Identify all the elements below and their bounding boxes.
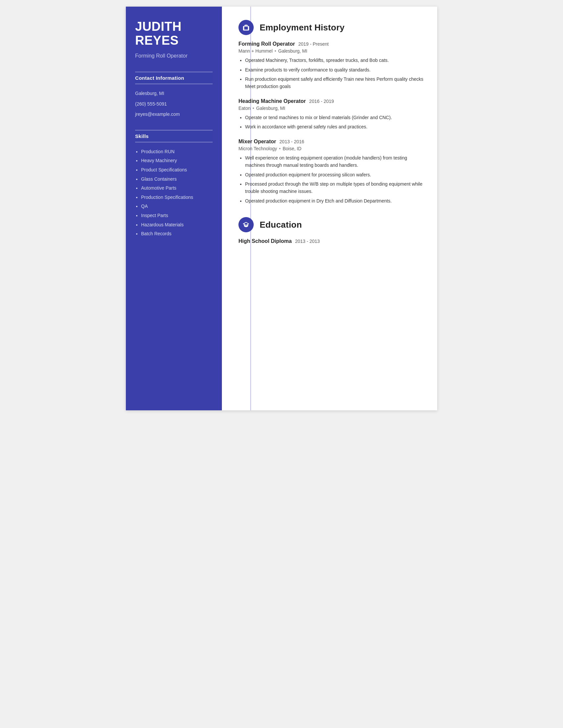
employment-title: Employment History	[259, 23, 345, 33]
job-title: Forming Roll Operator	[238, 41, 295, 47]
job-dates: 2019 - Present	[299, 41, 329, 47]
job-bullet: Examine products to verify conformance t…	[245, 67, 424, 74]
company-name: Eaton	[238, 106, 251, 111]
skill-item: Inspect Parts	[141, 212, 212, 219]
education-header: Education	[238, 217, 424, 232]
education-container: High School Diploma2013 - 2013	[238, 238, 424, 244]
skill-item: Product Specifications	[141, 167, 212, 173]
company-location: Galesburg, MI	[278, 48, 307, 54]
skills-list: Production RUNHeavy MachineryProduct Spe…	[135, 149, 212, 237]
job-entry: Mixer Operator2013 - 2016Micron Technolo…	[238, 139, 424, 205]
job-bullet: Operated Machinery, Tractors, forklifts,…	[245, 57, 424, 64]
company-location: Boise, ID	[283, 146, 302, 151]
skill-item: Glass Containers	[141, 176, 212, 183]
job-bullets: Well experience on testing equipment ope…	[238, 155, 424, 205]
job-bullet: Run production equipment safely and effi…	[245, 76, 424, 90]
job-entry: Heading Machine Operator2016 - 2019Eaton…	[238, 98, 424, 131]
education-entry: High School Diploma2013 - 2013	[238, 238, 424, 244]
job-company: Eaton•Galesburg, MI	[238, 106, 424, 111]
job-bullet: Processed product through the W/B step o…	[245, 181, 424, 195]
dot-separator: •	[253, 106, 254, 111]
dot-separator: •	[279, 146, 280, 151]
graduation-icon	[238, 217, 254, 232]
skill-item: Batch Records	[141, 231, 212, 237]
skills-heading: Skills	[135, 130, 212, 143]
job-dates: 2013 - 2016	[279, 139, 305, 144]
employment-header: Employment History	[238, 20, 424, 35]
contact-block: Contact Information Galesburg, MI (260) …	[135, 71, 212, 118]
candidate-name: JUDITH REYES	[135, 20, 212, 48]
job-company: Mann + Hummel•Galesburg, MI	[238, 48, 424, 54]
resume-container: JUDITH REYES Forming Roll Operator Conta…	[126, 7, 437, 410]
job-title: Mixer Operator	[238, 139, 276, 144]
education-title: Education	[259, 220, 302, 230]
job-bullet: Operated production equipment for proces…	[245, 171, 424, 179]
job-bullet: Operate or tend machines to mix or blend…	[245, 114, 424, 121]
job-bullet: Well experience on testing equipment ope…	[245, 155, 424, 169]
main-content: Employment History Forming Roll Operator…	[222, 7, 437, 410]
job-entry: Forming Roll Operator2019 - PresentMann …	[238, 41, 424, 90]
sidebar: JUDITH REYES Forming Roll Operator Conta…	[126, 7, 222, 410]
skill-item: Production Specifications	[141, 194, 212, 201]
job-company: Micron Technology•Boise, ID	[238, 146, 424, 151]
job-title: Heading Machine Operator	[238, 98, 306, 104]
company-name: Mann + Hummel	[238, 48, 272, 54]
job-bullets: Operate or tend machines to mix or blend…	[238, 114, 424, 131]
contact-heading: Contact Information	[135, 71, 212, 84]
company-location: Galesburg, MI	[256, 106, 286, 111]
briefcase-icon	[238, 20, 254, 35]
edu-degree: High School Diploma	[238, 238, 292, 244]
company-name: Micron Technology	[238, 146, 277, 151]
skill-item: Heavy Machinery	[141, 158, 212, 164]
contact-email: jreyes@example.com	[135, 111, 212, 118]
job-header: Heading Machine Operator2016 - 2019	[238, 98, 424, 104]
edu-dates: 2013 - 2013	[295, 239, 320, 244]
education-section: Education High School Diploma2013 - 2013	[238, 217, 424, 244]
skills-block: Skills Production RUNHeavy MachineryProd…	[135, 130, 212, 237]
candidate-title: Forming Roll Operator	[135, 52, 212, 60]
skill-item: QA	[141, 203, 212, 210]
skill-item: Production RUN	[141, 149, 212, 155]
dot-separator: •	[274, 48, 276, 54]
skill-item: Automotive Parts	[141, 185, 212, 192]
jobs-container: Forming Roll Operator2019 - PresentMann …	[238, 41, 424, 205]
job-header: Forming Roll Operator2019 - Present	[238, 41, 424, 47]
employment-section: Employment History Forming Roll Operator…	[238, 20, 424, 205]
contact-phone: (260) 555-5091	[135, 101, 212, 108]
job-dates: 2016 - 2019	[309, 99, 334, 104]
job-bullet: Work in accordance with general safety r…	[245, 123, 424, 131]
job-bullets: Operated Machinery, Tractors, forklifts,…	[238, 57, 424, 90]
job-header: Mixer Operator2013 - 2016	[238, 139, 424, 145]
job-bullet: Operated production equipment in Dry Etc…	[245, 198, 424, 205]
skill-item: Hazardous Materials	[141, 222, 212, 228]
contact-location: Galesburg, MI	[135, 90, 212, 97]
